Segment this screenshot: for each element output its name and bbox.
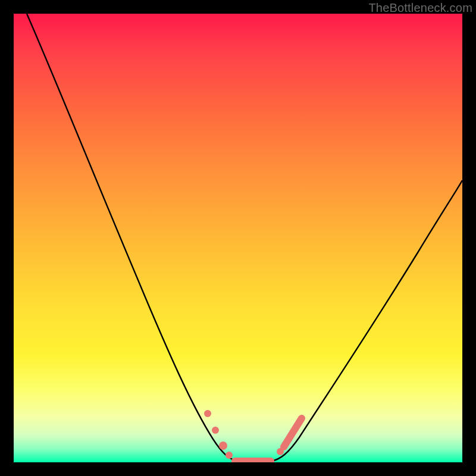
- outer-frame: TheBottleneck.com: [0, 0, 476, 476]
- plot-area: [14, 14, 462, 462]
- left-marker-cluster: [204, 410, 233, 459]
- svg-point-3: [226, 452, 233, 459]
- watermark-text: TheBottleneck.com: [368, 1, 472, 15]
- bottleneck-curve: [27, 14, 462, 461]
- bottleneck-chart: [14, 14, 462, 462]
- svg-point-5: [277, 448, 284, 455]
- svg-line-4: [284, 418, 302, 447]
- svg-point-1: [212, 427, 219, 434]
- svg-point-0: [204, 410, 211, 417]
- svg-point-2: [219, 441, 227, 450]
